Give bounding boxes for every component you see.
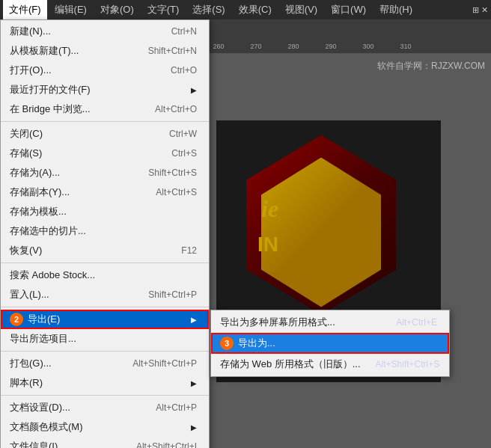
menu-save-slices-label: 存储选中的切片... <box>10 224 86 238</box>
ruler-tick-300: 300 <box>362 43 373 50</box>
ruler-tick-260: 260 <box>213 43 224 50</box>
menu-file[interactable]: 文件(F) <box>3 0 47 19</box>
menu-text[interactable]: 文字(T) <box>141 0 186 19</box>
menu-save-as-label: 存储为(A)... <box>10 166 60 179</box>
menu-bridge[interactable]: 在 Bridge 中浏览... Alt+Ctrl+O <box>1 99 209 119</box>
submenu-export-screens[interactable]: 导出为多种屏幕所用格式... Alt+Ctrl+E <box>211 312 449 333</box>
menu-adobe-stock[interactable]: 搜索 Adobe Stock... <box>1 266 209 285</box>
menu-help[interactable]: 帮助(H) <box>373 0 418 19</box>
menu-recent-label: 最近打开的文件(F) <box>10 83 91 96</box>
menu-new-label: 新建(N)... <box>10 25 51 38</box>
watermark-text: 软件自学网：RJZXW.COM <box>377 60 485 73</box>
menu-export[interactable]: 2 导出(E) ▶ 导出为多种屏幕所用格式... Alt+Ctrl+E 3 导出… <box>1 310 209 329</box>
menu-save[interactable]: 存储(S) Ctrl+S <box>1 144 209 163</box>
menu-file-info-shortcut: Alt+Shift+Ctrl+I <box>136 441 197 448</box>
separator-2 <box>1 263 209 263</box>
submenu-save-web-label: 存储为 Web 所用格式（旧版）... <box>220 358 361 371</box>
menu-color-mode-label: 文档颜色模式(M) <box>10 420 83 434</box>
menu-close-label: 关闭(C) <box>10 127 43 141</box>
menu-recent[interactable]: 最近打开的文件(F) ▶ <box>1 80 209 99</box>
submenu-export-as[interactable]: 3 导出为... <box>211 333 449 354</box>
menu-package-label: 打包(G)... <box>10 357 52 370</box>
app-icon-area: ⊞ ✕ <box>472 5 488 15</box>
menu-effect[interactable]: 效果(C) <box>233 0 278 19</box>
menu-select[interactable]: 选择(S) <box>186 0 231 19</box>
submenu-export-as-badge: 3 <box>220 337 234 350</box>
menu-revert-shortcut: F12 <box>181 245 197 256</box>
menu-close-shortcut: Ctrl+W <box>169 129 197 139</box>
ruler-tick-290: 290 <box>325 43 336 50</box>
menu-color-mode[interactable]: 文档颜色模式(M) ▶ <box>1 417 209 437</box>
menu-revert-label: 恢复(V) <box>10 244 42 257</box>
menu-doc-setup[interactable]: 文档设置(D)... Alt+Ctrl+P <box>1 398 209 417</box>
menu-place-label: 置入(L)... <box>10 288 49 301</box>
menu-object[interactable]: 对象(O) <box>94 0 140 19</box>
menu-export-badge: 2 <box>10 313 23 326</box>
menu-recent-arrow: ▶ <box>191 86 197 94</box>
top-menubar: 文件(F) 编辑(E) 对象(O) 文字(T) 选择(S) 效果(C) 视图(V… <box>0 0 491 19</box>
menu-save-slices[interactable]: 存储选中的切片... <box>1 221 209 241</box>
separator-5 <box>1 395 209 396</box>
submenu-export-screens-label: 导出为多种屏幕所用格式... <box>220 316 335 329</box>
menu-export-selected-label: 导出所选项目... <box>10 332 76 346</box>
menu-revert[interactable]: 恢复(V) F12 <box>1 241 209 260</box>
menu-save-template-label: 存储为模板... <box>10 205 67 218</box>
menu-new-shortcut: Ctrl+N <box>171 26 197 37</box>
menu-new-template-shortcut: Shift+Ctrl+N <box>148 46 197 56</box>
submenu-save-web[interactable]: 存储为 Web 所用格式（旧版）... Alt+Shift+Ctrl+S <box>211 354 449 375</box>
menu-package-shortcut: Alt+Shift+Ctrl+P <box>132 358 197 369</box>
menu-new-template-label: 从模板新建(T)... <box>10 44 79 58</box>
menu-package[interactable]: 打包(G)... Alt+Shift+Ctrl+P <box>1 354 209 373</box>
menu-open-shortcut: Ctrl+O <box>171 65 197 76</box>
menu-scripts-arrow: ▶ <box>191 379 197 387</box>
badge-text-ie: ie <box>261 195 278 223</box>
menu-export-selected[interactable]: 导出所选项目... <box>1 329 209 349</box>
menu-open-label: 打开(O)... <box>10 64 52 77</box>
menu-save-copy-label: 存储副本(Y)... <box>10 185 70 199</box>
menu-window[interactable]: 窗口(W) <box>325 0 372 19</box>
menu-scripts[interactable]: 脚本(R) ▶ <box>1 373 209 393</box>
menu-view[interactable]: 视图(V) <box>279 0 323 19</box>
menu-new-template[interactable]: 从模板新建(T)... Shift+Ctrl+N <box>1 41 209 61</box>
menu-save-template[interactable]: 存储为模板... <box>1 202 209 221</box>
menu-place[interactable]: 置入(L)... Shift+Ctrl+P <box>1 285 209 304</box>
menu-export-label: 导出(E) <box>28 313 60 326</box>
menu-save-label: 存储(S) <box>10 147 42 160</box>
menu-edit[interactable]: 编辑(E) <box>49 0 93 19</box>
menu-file-info[interactable]: 文件信息(I)... Alt+Shift+Ctrl+I <box>1 437 209 448</box>
menu-bridge-shortcut: Alt+Ctrl+O <box>155 104 197 114</box>
menu-scripts-label: 脚本(R) <box>10 376 43 390</box>
submenu-export-as-label: 导出为... <box>238 337 275 350</box>
export-submenu: 导出为多种屏幕所用格式... Alt+Ctrl+E 3 导出为... 存储为 W… <box>210 310 450 377</box>
menu-place-shortcut: Shift+Ctrl+P <box>148 289 197 300</box>
menu-save-as[interactable]: 存储为(A)... Shift+Ctrl+S <box>1 163 209 182</box>
menu-export-arrow: ▶ <box>191 316 197 324</box>
ruler-tick-270: 270 <box>250 43 261 50</box>
menu-open[interactable]: 打开(O)... Ctrl+O <box>1 61 209 80</box>
submenu-save-web-shortcut: Alt+Shift+Ctrl+S <box>376 359 440 369</box>
menu-doc-setup-label: 文档设置(D)... <box>10 401 70 414</box>
separator-4 <box>1 351 209 352</box>
submenu-export-as-label-container: 3 导出为... <box>220 337 275 350</box>
menu-color-mode-arrow: ▶ <box>191 423 197 432</box>
ruler-tick-280: 280 <box>287 43 299 50</box>
submenu-export-screens-shortcut: Alt+Ctrl+E <box>396 317 437 328</box>
menu-save-shortcut: Ctrl+S <box>171 148 197 159</box>
menu-new[interactable]: 新建(N)... Ctrl+N <box>1 22 209 41</box>
ruler-tick-310: 310 <box>400 43 411 50</box>
menu-doc-setup-shortcut: Alt+Ctrl+P <box>156 402 197 413</box>
menu-file-info-label: 文件信息(I)... <box>10 440 66 448</box>
menu-save-copy-shortcut: Alt+Ctrl+S <box>156 187 197 197</box>
separator-3 <box>1 307 209 307</box>
menu-export-label-container: 2 导出(E) <box>10 313 60 326</box>
badge-text-in: IN <box>257 233 278 257</box>
menu-adobe-stock-label: 搜索 Adobe Stock... <box>10 269 95 282</box>
menu-save-as-shortcut: Shift+Ctrl+S <box>148 168 197 178</box>
separator-1 <box>1 121 209 122</box>
menu-close[interactable]: 关闭(C) Ctrl+W <box>1 124 209 144</box>
menu-save-copy[interactable]: 存储副本(Y)... Alt+Ctrl+S <box>1 182 209 202</box>
menu-bridge-label: 在 Bridge 中浏览... <box>10 102 91 116</box>
file-menu-dropdown: 新建(N)... Ctrl+N 从模板新建(T)... Shift+Ctrl+N… <box>0 19 210 448</box>
